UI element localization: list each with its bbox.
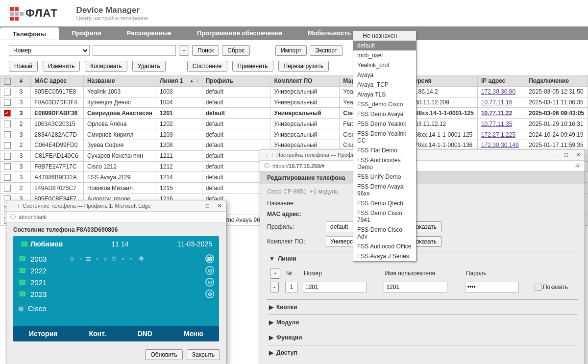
row-checkbox[interactable]: [4, 185, 11, 192]
col-profile[interactable]: Профиль: [202, 76, 270, 87]
dropdown-option[interactable]: default: [353, 41, 416, 50]
row-checkbox[interactable]: [4, 121, 11, 127]
ip-link[interactable]: 172.30.30.149: [481, 142, 519, 148]
dropdown-option[interactable]: Avaya: [353, 70, 416, 80]
table-row[interactable]: 32834A282AC7DСмирнов Кирилл1203defaultУн…: [0, 129, 588, 140]
edit-button[interactable]: Изменить: [43, 61, 80, 72]
dropdown-option[interactable]: Yealink_prof: [353, 60, 416, 70]
search-button[interactable]: Поиск: [192, 45, 219, 56]
dropdown-option[interactable]: mob_user: [353, 50, 416, 60]
status-popup-addressbar[interactable]: ⓘ about:blank: [6, 211, 226, 222]
col-name[interactable]: Название: [83, 76, 156, 87]
delete-button[interactable]: Удалить: [132, 61, 166, 72]
dropdown-option[interactable]: FSS Demo Yealink CC: [353, 129, 416, 146]
col-version[interactable]: Версия: [406, 76, 477, 87]
dropdown-option[interactable]: FSS Demo Avaya: [353, 109, 416, 119]
dropdown-option[interactable]: Avaya TLS: [353, 90, 416, 99]
maximize-icon[interactable]: □: [206, 202, 209, 209]
import-button[interactable]: Импорт: [275, 45, 307, 56]
section-functions[interactable]: ▶Функции: [267, 333, 578, 342]
col-num[interactable]: #: [16, 76, 31, 87]
col-ip[interactable]: IP адрес: [477, 76, 525, 87]
col-mac[interactable]: MAC адрес: [31, 76, 84, 87]
table-row[interactable]: 21063A3C20315Орлова Алёна1202defaultУнив…: [0, 119, 588, 129]
maximize-icon[interactable]: □: [564, 151, 568, 158]
dropdown-option[interactable]: FSS Unify Demo: [353, 172, 416, 182]
softkey-dnd[interactable]: DND: [138, 330, 152, 338]
ip-link[interactable]: 10.77.11.22: [481, 110, 512, 117]
ip-link[interactable]: 172.30.30.80: [481, 88, 515, 95]
ip-link[interactable]: 172.27.1.225: [481, 131, 515, 138]
dropdown-option[interactable]: FSS_demo Cisco: [353, 99, 416, 109]
row-checkbox[interactable]: [4, 142, 11, 149]
dropdown-option[interactable]: FSS Demo Qtech: [353, 198, 416, 208]
col-check[interactable]: [0, 76, 16, 87]
reset-button[interactable]: Сброс: [222, 45, 250, 56]
dropdown-option[interactable]: FSS Flat Demo: [353, 146, 416, 155]
read-aloud-icon[interactable]: A⁾: [576, 163, 581, 169]
section-lines[interactable]: ▼Линии: [267, 254, 578, 263]
tab-advanced[interactable]: Расширенные: [114, 26, 184, 40]
row-checkbox[interactable]: [4, 153, 11, 160]
tab-phones[interactable]: Телефоны: [0, 27, 59, 40]
ip-link[interactable]: 10.77.11.16: [481, 99, 512, 106]
status-button[interactable]: Состояние: [187, 61, 227, 72]
status-popup-titlebar[interactable]: ⋮⋮ Состояние телефона — Профиль 1: Micro…: [6, 200, 226, 211]
minimize-icon[interactable]: —: [192, 202, 198, 209]
table-row[interactable]: 3E0899DFABF36Свиридова Анастасия1201defa…: [0, 108, 588, 119]
line-number-input[interactable]: [303, 282, 367, 292]
apply-button[interactable]: Применить: [232, 61, 273, 72]
add-filter-button[interactable]: +: [179, 45, 189, 56]
dropdown-option[interactable]: FSS Demo Cisco Adv: [353, 225, 416, 242]
row-checkbox[interactable]: [4, 163, 11, 170]
dropdown-option[interactable]: FSS Avaya J Series: [353, 251, 416, 261]
tab-software[interactable]: Программное обеспечение: [184, 26, 295, 40]
dropdown-option[interactable]: FSS Demo Yealink: [353, 119, 416, 129]
show-pass-checkbox[interactable]: [535, 284, 541, 291]
copy-button[interactable]: Копировать: [85, 61, 127, 72]
row-checkbox[interactable]: [4, 174, 11, 181]
editor-titlebar[interactable]: ⋮⋮ Настройка телефона — Профиль 1: M — □…: [260, 149, 585, 160]
reload-button[interactable]: Перезагрузить: [278, 61, 329, 72]
section-access[interactable]: ▶Доступ: [267, 348, 578, 357]
dropdown-option[interactable]: Avaya_TCP: [353, 80, 416, 90]
col-conn[interactable]: Подключение: [525, 76, 588, 87]
dropdown-head[interactable]: -- Не назначен --: [353, 31, 416, 41]
dropdown-option[interactable]: FSS Audiocod Office: [353, 242, 416, 251]
row-checkbox[interactable]: [4, 89, 11, 96]
ip-link[interactable]: 10.77.11.35: [481, 121, 512, 127]
line-pass-input[interactable]: [465, 282, 519, 292]
row-checkbox[interactable]: [4, 110, 11, 117]
softkey-menu[interactable]: Меню: [184, 330, 203, 338]
search-input[interactable]: [93, 45, 176, 56]
refresh-button[interactable]: Обновить: [145, 349, 182, 360]
add-line-button[interactable]: +: [270, 268, 280, 279]
softkey-contacts[interactable]: Конт.: [89, 330, 106, 338]
dropdown-option[interactable]: FSS Audiocodes Demo: [353, 155, 416, 172]
close-icon[interactable]: ✕: [217, 202, 222, 209]
search-field-select[interactable]: Номер: [9, 45, 90, 56]
dropdown-option[interactable]: FSS Demo Avaya 96xx: [353, 182, 416, 198]
table-row[interactable]: 3F8A03D7DF3F4Кузнецов Денис1004defaultУн…: [0, 97, 588, 108]
remove-line-button[interactable]: -: [270, 282, 279, 292]
dropdown-option[interactable]: FSS Demo Cisco 7941: [353, 208, 416, 225]
close-button[interactable]: Закрыть: [187, 349, 220, 360]
table-row[interactable]: 3805EC05917E8Yealink 10031003defaultУнив…: [0, 86, 588, 97]
col-kit[interactable]: Комплект ПО: [270, 76, 340, 87]
row-checkbox[interactable]: [4, 99, 11, 106]
softkey-history[interactable]: История: [29, 330, 57, 338]
section-modules[interactable]: ▶Модули: [267, 318, 578, 327]
new-button[interactable]: Новый: [9, 61, 38, 72]
label-name: Название:: [267, 200, 321, 207]
line-idx-input[interactable]: [285, 282, 298, 292]
profile-dropdown[interactable]: -- Не назначен -- defaultmob_userYealink…: [353, 30, 416, 262]
row-checkbox[interactable]: [4, 131, 11, 138]
export-button[interactable]: Экспорт: [310, 45, 343, 56]
col-line1[interactable]: Линия 1▲⋮: [156, 76, 202, 87]
line-user-input[interactable]: [384, 282, 447, 292]
minimize-icon[interactable]: —: [551, 151, 557, 158]
section-buttons[interactable]: ▶Кнопки: [267, 303, 578, 312]
close-icon[interactable]: ✕: [576, 151, 581, 158]
tab-profiles[interactable]: Профили: [59, 26, 114, 40]
editor-addressbar[interactable]: ⓘ https://10.77.15.250/# A⁾: [260, 160, 585, 171]
